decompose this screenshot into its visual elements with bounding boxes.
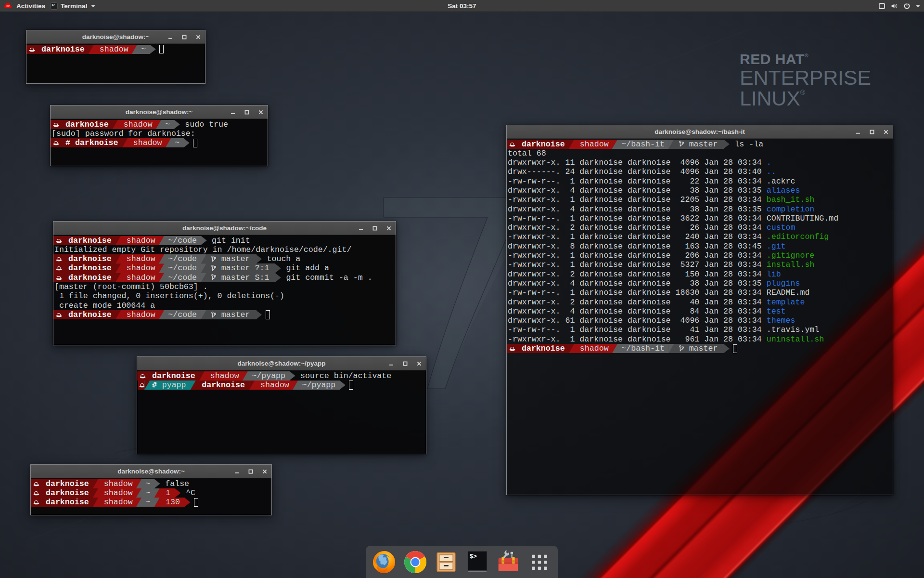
svg-text:$>: $> (470, 553, 477, 560)
